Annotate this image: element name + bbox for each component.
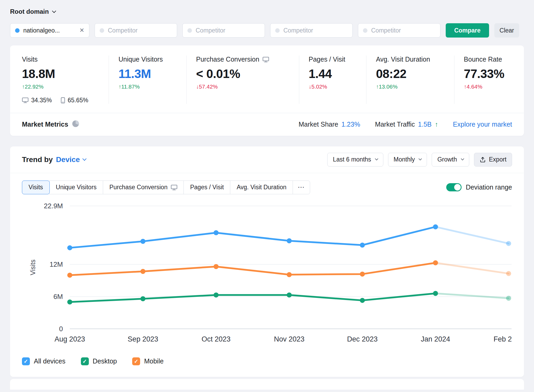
checkbox-checked-icon[interactable]: ✓ <box>81 357 89 365</box>
metric-label: Avg. Visit Duration <box>376 56 450 63</box>
desktop-only-icon <box>171 185 177 190</box>
domain-chip-label: nationalgeo... <box>23 27 76 34</box>
legend-desktop[interactable]: ✓ Desktop <box>81 357 117 365</box>
market-metrics-row: Market Metrics Market Share 1.23% Market… <box>10 113 524 136</box>
market-share-label: Market Share <box>298 121 338 128</box>
metric-tabs-row: Visits Unique Visitors Purchase Conversi… <box>10 173 524 194</box>
metric-label: Unique Visitors <box>118 56 182 63</box>
compare-button[interactable]: Compare <box>446 23 489 38</box>
compare-bar: nationalgeo... ✕ Compare Clear <box>10 23 524 38</box>
svg-text:Sep 2023: Sep 2023 <box>128 335 158 343</box>
svg-text:Nov 2023: Nov 2023 <box>274 335 305 343</box>
tab-visits[interactable]: Visits <box>22 181 50 194</box>
metric-value: 08:22 <box>376 67 450 81</box>
market-share-value[interactable]: 1.23% <box>342 121 360 128</box>
svg-text:Aug 2023: Aug 2023 <box>54 335 85 343</box>
chevron-down-icon <box>461 157 464 161</box>
metric-label: Bounce Rate <box>464 56 520 63</box>
mobile-icon <box>61 97 65 103</box>
device-share-row: 34.35% 65.65% <box>22 97 104 104</box>
chevron-down-icon <box>375 157 378 161</box>
domain-chip[interactable]: nationalgeo... ✕ <box>10 23 89 38</box>
market-metrics-title-group: Market Metrics <box>22 120 79 129</box>
trend-title: Trend by Device <box>22 155 86 164</box>
metric-value: < 0.01% <box>196 67 295 81</box>
metric-avg-visit-duration: Avg. Visit Duration 08:22 ↑13.06% <box>366 56 454 104</box>
period-dropdown[interactable]: Last 6 months <box>327 153 383 167</box>
svg-text:6M: 6M <box>53 293 63 301</box>
trend-header: Trend by Device Last 6 months Monthly Gr… <box>10 146 524 173</box>
market-share: Market Share 1.23% <box>298 121 360 128</box>
desktop-share-value: 34.35% <box>31 97 52 104</box>
trend-device-selector[interactable]: Device <box>56 155 86 164</box>
metric-purchase-conversion: Purchase Conversion < 0.01% ↓57.42% <box>186 56 299 104</box>
tab-more-metrics[interactable]: ⋯ <box>293 181 310 194</box>
checkbox-checked-icon[interactable]: ✓ <box>22 357 30 365</box>
chart-area: 22.9M12M6M0VisitsAug 2023Sep 2023Oct 202… <box>10 194 524 350</box>
chevron-down-icon <box>82 157 87 161</box>
mobile-share-value: 65.65% <box>68 97 88 104</box>
competitor-field-3[interactable] <box>283 27 348 34</box>
deviation-toggle[interactable] <box>446 183 462 191</box>
legend-all-devices[interactable]: ✓ All devices <box>22 357 66 365</box>
metric-unique-visitors: Unique Visitors 11.3M ↑11.87% <box>109 56 186 104</box>
export-icon <box>480 156 486 163</box>
metric-change: ↑4.64% <box>464 84 520 90</box>
granularity-dropdown[interactable]: Monthly <box>388 153 427 167</box>
metric-change: ↓57.42% <box>196 84 295 90</box>
desktop-icon <box>22 97 29 103</box>
svg-text:Jan 2024: Jan 2024 <box>421 335 450 343</box>
tab-purchase-conversion[interactable]: Purchase Conversion <box>103 181 184 194</box>
trend-controls: Last 6 months Monthly Growth Export <box>327 153 512 167</box>
clear-button[interactable]: Clear <box>494 23 519 38</box>
tab-pages-per-visit[interactable]: Pages / Visit <box>183 181 230 194</box>
root-domain-selector[interactable]: Root domain <box>10 8 524 15</box>
next-section-card-edge <box>10 379 524 390</box>
legend-mobile[interactable]: ✓ Mobile <box>132 357 164 365</box>
checkbox-checked-icon[interactable]: ✓ <box>132 357 140 365</box>
close-icon[interactable]: ✕ <box>80 27 84 34</box>
metric-label: Purchase Conversion <box>196 56 295 63</box>
metric-change: ↑22.92% <box>22 84 104 90</box>
legend-label: All devices <box>34 357 66 365</box>
competitor-color-dot <box>275 28 280 33</box>
competitor-field-2[interactable] <box>196 27 260 34</box>
tab-avg-visit-duration[interactable]: Avg. Visit Duration <box>230 181 293 194</box>
domain-color-dot <box>15 28 20 33</box>
market-traffic-value[interactable]: 1.5B <box>418 121 431 128</box>
metric-label: Visits <box>22 56 104 63</box>
root-domain-label: Root domain <box>10 8 49 15</box>
market-metrics-values: Market Share 1.23% Market Traffic 1.5B ↑… <box>298 121 512 128</box>
metric-label: Pages / Visit <box>309 56 362 63</box>
competitor-field-4[interactable] <box>371 27 435 34</box>
metric-visits: Visits 18.8M ↑22.92% 34.35% 65.65% <box>10 56 109 104</box>
competitor-input-1[interactable] <box>95 23 177 38</box>
trend-chart[interactable]: 22.9M12M6M0VisitsAug 2023Sep 2023Oct 202… <box>22 198 512 350</box>
competitor-field-1[interactable] <box>108 27 172 34</box>
competitor-color-dot <box>187 28 192 33</box>
svg-text:Oct 2023: Oct 2023 <box>202 335 231 343</box>
competitor-input-4[interactable] <box>358 23 440 38</box>
trend-title-prefix: Trend by <box>22 155 53 164</box>
legend-label: Desktop <box>93 357 117 365</box>
chart-legend: ✓ All devices ✓ Desktop ✓ Mobile <box>10 350 524 377</box>
trend-card: Trend by Device Last 6 months Monthly Gr… <box>10 146 524 377</box>
market-metrics-icon <box>72 120 79 129</box>
metric-change: ↑11.87% <box>118 84 182 90</box>
legend-label: Mobile <box>144 357 164 365</box>
chevron-down-icon <box>419 157 422 161</box>
traffic-analytics-page: Root domain nationalgeo... ✕ Compare Cle… <box>0 0 534 390</box>
competitor-input-3[interactable] <box>270 23 353 38</box>
metric-tabs: Visits Unique Visitors Purchase Conversi… <box>22 181 310 194</box>
export-button[interactable]: Export <box>474 153 512 167</box>
mode-dropdown[interactable]: Growth <box>432 153 469 167</box>
svg-text:22.9M: 22.9M <box>44 202 63 210</box>
deviation-label: Deviation range <box>466 183 512 191</box>
explore-market-link[interactable]: Explore your market <box>453 121 512 128</box>
competitor-color-dot <box>363 28 367 33</box>
svg-text:Visits: Visits <box>29 260 36 275</box>
metric-value[interactable]: 11.3M <box>118 67 182 81</box>
tab-unique-visitors[interactable]: Unique Visitors <box>49 181 103 194</box>
metric-pages-per-visit: Pages / Visit 1.44 ↓5.02% <box>299 56 366 104</box>
competitor-input-2[interactable] <box>182 23 265 38</box>
